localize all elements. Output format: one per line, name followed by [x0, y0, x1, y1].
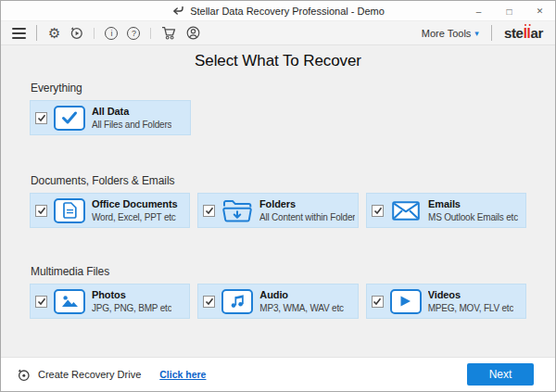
stellar-logo: stellar [504, 25, 543, 41]
title-bar: Stellar Data Recovery Professional - Dem… [1, 1, 555, 21]
minimize-icon[interactable]: – [463, 1, 494, 21]
audio-note-icon [221, 289, 254, 314]
card-subtitle: MPEG, MOV, FLV etc [428, 302, 514, 314]
click-here-link[interactable]: Click here [159, 369, 206, 380]
audio-checkbox[interactable] [203, 296, 215, 308]
info-icon[interactable]: i [105, 27, 118, 40]
more-tools-label: More Tools [422, 28, 472, 39]
section-label-everything: Everything [31, 82, 555, 95]
back-arrow-icon[interactable] [171, 6, 183, 16]
toolbar-divider [94, 28, 95, 39]
section-label-documents: Documents, Folders & Emails [31, 174, 555, 187]
buy-cart-icon[interactable] [161, 26, 177, 40]
toolbar: ⚙ i ? More To [1, 21, 555, 45]
photos-checkbox[interactable] [35, 296, 47, 308]
footer-bar: Create Recovery Drive Click here Next [1, 357, 555, 391]
card-folders[interactable]: Folders All Content within Folders [197, 193, 359, 228]
email-envelope-icon [389, 201, 423, 221]
office-documents-checkbox[interactable] [35, 205, 47, 217]
toolbar-divider [491, 25, 492, 41]
card-subtitle: Word, Excel, PPT etc [92, 211, 178, 223]
card-videos[interactable]: Videos MPEG, MOV, FLV etc [366, 284, 526, 319]
card-title: Emails [428, 197, 518, 210]
recovery-drive-icon [17, 368, 31, 382]
next-button[interactable]: Next [467, 363, 534, 386]
card-title: Office Documents [92, 197, 178, 210]
resume-recovery-icon[interactable] [70, 26, 83, 40]
toolbar-divider [36, 25, 37, 41]
photos-icon [53, 289, 86, 314]
cards-row-multimedia: Photos JPG, PNG, BMP etc Audio [30, 284, 526, 319]
card-subtitle: All Content within Folders [259, 211, 355, 223]
card-office-documents[interactable]: Office Documents Word, Excel, PPT etc [30, 193, 190, 228]
card-title: All Data [92, 105, 171, 118]
card-title: Videos [428, 288, 514, 301]
all-data-checkbox[interactable] [35, 112, 47, 124]
folder-download-icon [221, 198, 254, 222]
video-play-icon [389, 289, 423, 314]
card-photos[interactable]: Photos JPG, PNG, BMP etc [30, 284, 190, 319]
card-all-data[interactable]: All Data All Files and Folders [30, 100, 191, 135]
section-label-multimedia: Multimedia Files [31, 265, 555, 278]
settings-gear-icon[interactable]: ⚙ [48, 26, 60, 40]
toolbar-divider [150, 28, 151, 39]
card-emails[interactable]: Emails MS Outlook Emails etc [366, 193, 526, 228]
card-title: Photos [92, 288, 171, 301]
close-icon[interactable]: ✕ [524, 1, 555, 21]
chevron-down-icon: ▾ [474, 29, 479, 38]
office-document-icon [53, 198, 86, 223]
videos-checkbox[interactable] [372, 296, 384, 308]
cards-row-everything: All Data All Files and Folders [30, 100, 526, 135]
app-window: Stellar Data Recovery Professional - Dem… [0, 0, 556, 392]
window-title: Stellar Data Recovery Professional - Dem… [190, 6, 385, 17]
card-subtitle: MS Outlook Emails etc [428, 211, 518, 223]
maximize-icon[interactable]: □ [494, 1, 524, 21]
card-title: Audio [259, 288, 344, 301]
card-title: Folders [259, 197, 355, 210]
more-tools-dropdown[interactable]: More Tools ▾ [422, 28, 479, 39]
account-person-icon[interactable] [186, 26, 200, 40]
card-subtitle: JPG, PNG, BMP etc [92, 302, 171, 314]
emails-checkbox[interactable] [372, 205, 384, 217]
card-subtitle: All Files and Folders [92, 119, 171, 131]
card-subtitle: MP3, WMA, WAV etc [259, 302, 344, 314]
page-title: Select What To Recover [1, 52, 555, 70]
card-audio[interactable]: Audio MP3, WMA, WAV etc [197, 284, 358, 319]
folders-checkbox[interactable] [203, 205, 215, 217]
cards-row-documents: Office Documents Word, Excel, PPT etc Fo… [30, 193, 526, 228]
create-recovery-drive-label: Create Recovery Drive [38, 369, 141, 380]
menu-hamburger-icon[interactable] [12, 28, 26, 39]
all-data-check-icon [53, 106, 86, 131]
help-icon[interactable]: ? [127, 27, 140, 40]
